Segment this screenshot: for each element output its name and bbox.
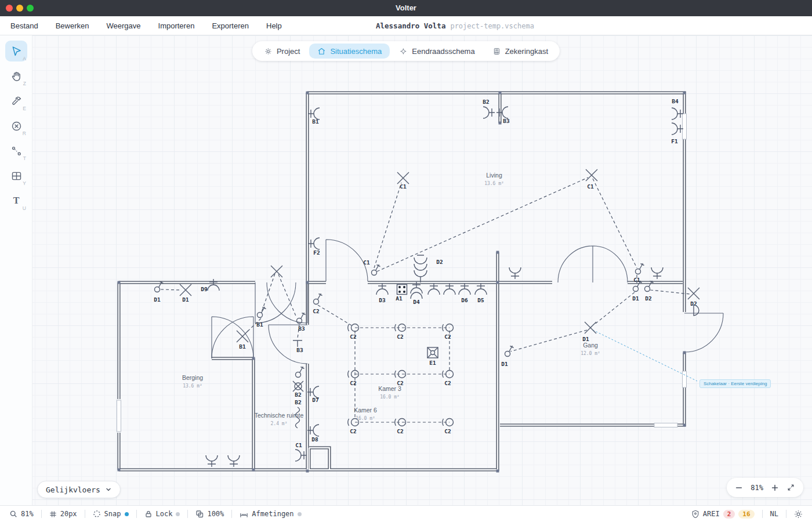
window-titlebar: Volter xyxy=(0,0,812,16)
minus-icon xyxy=(735,484,743,492)
menu-bestand[interactable]: Bestand xyxy=(10,21,38,30)
divider xyxy=(187,510,188,518)
shield-icon xyxy=(691,510,699,518)
snap-status-dot xyxy=(125,512,129,516)
plus-icon xyxy=(771,484,779,492)
fusebox-icon xyxy=(492,47,501,56)
hand-icon xyxy=(10,70,23,82)
statusbar-snap-toggle[interactable]: Snap xyxy=(93,510,129,518)
tab-label: Project xyxy=(277,47,300,56)
tool-text[interactable]: T U xyxy=(5,190,27,211)
file-info: Alessandro Volta project-temp.vschema xyxy=(376,16,534,35)
tool-shortcut: Y xyxy=(23,180,26,186)
arei-warning-badge: 16 xyxy=(738,510,754,519)
home-icon xyxy=(317,47,326,56)
cursor-icon xyxy=(10,45,23,57)
tool-shortcut: T xyxy=(23,155,26,161)
arei-status[interactable]: AREI 2 16 xyxy=(691,510,755,519)
project-filename: project-temp.vschema xyxy=(450,22,534,30)
tool-palette: A Z E R T Y T U xyxy=(5,41,28,211)
statusbar-zoom[interactable]: 81% xyxy=(9,510,34,518)
statusbar-dimensions-toggle[interactable]: Afmetingen xyxy=(240,510,301,518)
statusbar-lock-label: Lock xyxy=(156,510,173,518)
tool-lamp[interactable]: R xyxy=(5,115,27,136)
statusbar-snap-label: Snap xyxy=(104,510,121,518)
floor-selector-label: Gelijkvloers xyxy=(46,485,100,494)
menu-items: Bestand Bewerken Weergave Importeren Exp… xyxy=(0,21,282,30)
tab-project[interactable]: Project xyxy=(256,44,308,59)
zoom-in-button[interactable] xyxy=(771,484,779,492)
statusbar-scale[interactable]: 100% xyxy=(195,510,224,518)
menu-weergave[interactable]: Weergave xyxy=(107,21,141,30)
divider xyxy=(136,510,137,518)
zoom-controls: 81% xyxy=(727,478,803,497)
floor-selector[interactable]: Gelijkvloers xyxy=(37,481,121,498)
view-switcher: Project Situatieschema Eendraadsschema Z… xyxy=(252,41,560,61)
chevron-down-icon xyxy=(105,486,112,493)
zoom-level: 81% xyxy=(751,484,763,492)
menu-bewerken[interactable]: Bewerken xyxy=(56,21,89,30)
arei-error-badge: 2 xyxy=(723,510,735,519)
divider xyxy=(85,510,85,518)
tab-eendraadsschema[interactable]: Eendraadsschema xyxy=(391,44,483,59)
menu-exporteren[interactable]: Exporteren xyxy=(212,21,249,30)
window-title: Volter xyxy=(0,0,812,16)
dimensions-status-dot xyxy=(298,512,302,516)
statusbar-lock-toggle[interactable]: Lock xyxy=(144,510,180,518)
divider xyxy=(41,510,42,518)
theme-toggle[interactable] xyxy=(794,510,803,519)
tab-zekeringkast[interactable]: Zekeringkast xyxy=(484,44,556,59)
lock-status-dot xyxy=(176,512,180,516)
divider xyxy=(762,510,763,518)
divider xyxy=(786,510,786,518)
menu-importeren[interactable]: Importeren xyxy=(158,21,195,30)
tool-shortcut: E xyxy=(23,106,26,111)
tool-wire[interactable]: T xyxy=(5,140,27,161)
tool-shortcut: A xyxy=(23,56,26,61)
tab-label: Eendraadsschema xyxy=(412,47,474,56)
tool-shortcut: Z xyxy=(23,81,26,86)
menubar: Bestand Bewerken Weergave Importeren Exp… xyxy=(0,16,812,35)
wire-icon xyxy=(10,145,23,157)
statusbar-scale-value: 100% xyxy=(207,510,224,518)
tool-shortcut: R xyxy=(23,130,26,136)
tab-situatieschema[interactable]: Situatieschema xyxy=(309,44,390,59)
text-tool-icon: T xyxy=(13,195,20,206)
statusbar-right: AREI 2 16 NL xyxy=(691,510,812,519)
statusbar-left: 81% 20px Snap Lock 100% Afmetingen xyxy=(0,510,302,518)
tab-label: Zekeringkast xyxy=(505,47,548,56)
statusbar-dimensions-label: Afmetingen xyxy=(252,510,293,518)
tool-pan[interactable]: Z xyxy=(5,66,27,86)
expand-icon xyxy=(786,483,795,492)
hammer-icon xyxy=(10,95,23,107)
tool-shortcut: U xyxy=(23,205,26,211)
grid-size-icon xyxy=(49,510,57,518)
lock-icon xyxy=(144,510,153,518)
statusbar-zoom-value: 81% xyxy=(21,510,34,518)
tool-select[interactable]: A xyxy=(5,41,27,61)
snap-icon xyxy=(93,510,101,518)
magnifier-icon xyxy=(9,510,17,518)
project-author: Alessandro Volta xyxy=(376,21,445,30)
language-label: NL xyxy=(770,510,778,518)
language-selector[interactable]: NL xyxy=(770,510,778,518)
tool-grid[interactable]: Y xyxy=(5,165,27,186)
grid-icon xyxy=(10,170,23,182)
ruler-icon xyxy=(240,510,248,518)
annotation-label: Schakelaar · Eerste verdieping xyxy=(699,379,771,388)
sparkle-icon xyxy=(399,47,408,56)
statusbar-gridsize[interactable]: 20px xyxy=(49,510,77,518)
tab-label: Situatieschema xyxy=(330,47,382,56)
tool-construct[interactable]: E xyxy=(5,90,27,111)
statusbar-gridsize-value: 20px xyxy=(60,510,77,518)
lamp-circle-x-icon xyxy=(10,120,23,132)
arei-label: AREI xyxy=(703,510,720,518)
sun-icon xyxy=(794,510,803,519)
zoom-out-button[interactable] xyxy=(735,484,743,492)
fit-view-button[interactable] xyxy=(786,483,795,492)
schematic-canvas[interactable] xyxy=(0,35,812,505)
divider xyxy=(231,510,232,518)
gear-icon xyxy=(264,47,273,56)
menu-help[interactable]: Help xyxy=(266,21,282,30)
statusbar: 81% 20px Snap Lock 100% Afmetingen xyxy=(0,505,812,522)
